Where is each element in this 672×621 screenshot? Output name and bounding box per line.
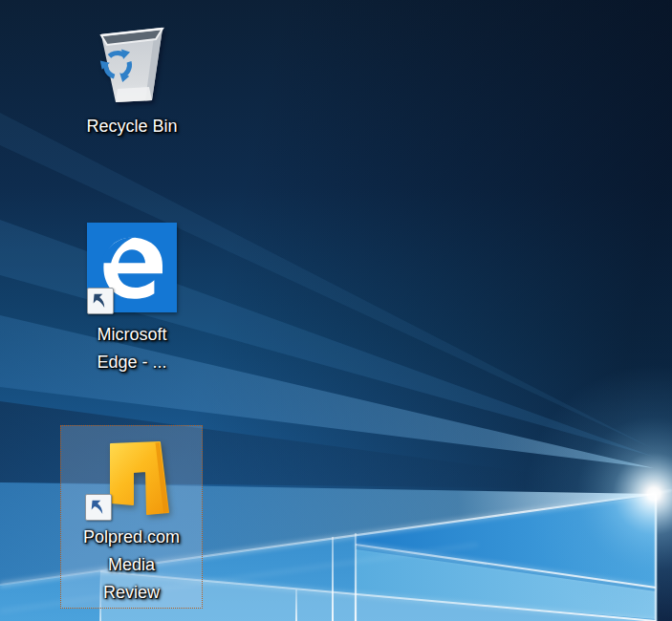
label-line-1: Microsoft bbox=[66, 321, 198, 349]
label-line-3: Review bbox=[61, 579, 202, 607]
desktop-icon-polpred-media-review[interactable]: Polpred.com Media Review bbox=[60, 425, 203, 609]
icon-label: Polpred.com Media Review bbox=[61, 524, 202, 607]
icon-label: Microsoft Edge - ... bbox=[66, 321, 198, 376]
shortcut-arrow-icon bbox=[87, 288, 114, 314]
desktop: Recycle Bin Microsoft Edge - ... bbox=[0, 0, 672, 621]
recycle-bin-icon bbox=[92, 20, 172, 104]
desktop-icon-recycle-bin[interactable]: Recycle Bin bbox=[65, 19, 199, 141]
shortcut-arrow-icon bbox=[85, 494, 112, 521]
edge-logo-icon bbox=[87, 223, 177, 312]
polpred-logo-icon bbox=[109, 441, 170, 518]
desktop-icon-microsoft-edge[interactable]: Microsoft Edge - ... bbox=[65, 222, 199, 377]
icon-label: Recycle Bin bbox=[66, 113, 198, 140]
label-line-2: Media bbox=[61, 551, 202, 579]
label-line-1: Polpred.com bbox=[61, 524, 202, 551]
label-line-2: Edge - ... bbox=[66, 349, 198, 376]
